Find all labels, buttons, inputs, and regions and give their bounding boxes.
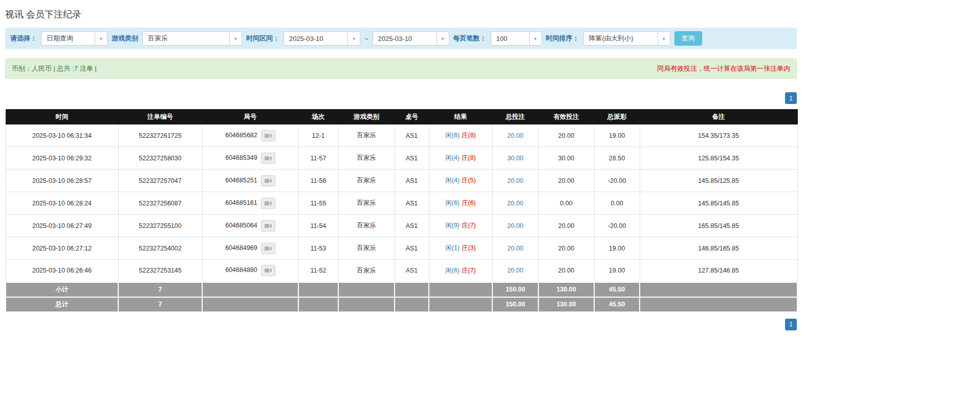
round-number: 604685349 [225, 154, 257, 161]
time-sort-select[interactable]: 降冪(由大到小) ▾ [583, 31, 670, 46]
total-label: 总计 [6, 297, 118, 312]
chevron-down-icon[interactable]: ▾ [95, 32, 107, 45]
cell-valid-bet: 0.00 [538, 192, 594, 215]
cell-result: 闲(4)庄(5) [429, 170, 492, 192]
header-valid-bet: 有效投注 [538, 110, 594, 124]
cell-total-bet: 20.00 [492, 170, 538, 192]
round-number: 604685682 [225, 132, 257, 139]
page-title: 视讯 会员下注纪录 [5, 8, 797, 20]
header-session: 场次 [298, 110, 338, 124]
header-round: 局号 [202, 110, 298, 124]
chevron-down-icon[interactable]: ▾ [529, 32, 541, 45]
video-replay-button[interactable] [261, 198, 275, 209]
table-row: 2025-03-10 06:31:34 522327261725 6046856… [6, 124, 797, 147]
cell-game-type: 百家乐 [338, 170, 395, 192]
video-replay-button[interactable] [261, 220, 275, 232]
search-button[interactable]: 查询 [674, 31, 702, 46]
round-number: 604685161 [225, 199, 257, 206]
cell-bet-id: 522327255100 [118, 215, 202, 237]
page-size-select[interactable]: 100 ▾ [491, 31, 542, 46]
cell-table-no: AS1 [395, 192, 429, 215]
video-replay-button[interactable] [261, 243, 275, 254]
cell-remark: 145.85/125.85 [640, 170, 797, 192]
page-button[interactable]: 1 [785, 92, 797, 104]
table-row: 2025-03-10 06:27:12 522327254002 6046849… [6, 237, 797, 260]
cell-game-type: 百家乐 [338, 124, 395, 147]
video-replay-button[interactable] [261, 175, 275, 186]
total-bet-link[interactable]: 20.00 [507, 222, 523, 230]
cell-total-bet: 20.00 [492, 192, 538, 215]
chevron-down-icon[interactable]: ▾ [658, 32, 670, 45]
cell-remark: 125.85/154.35 [640, 147, 797, 170]
page-size-value: 100 [491, 32, 529, 45]
game-type-select[interactable]: 百家乐 ▾ [142, 31, 242, 46]
cell-remark: 154.35/173.35 [640, 124, 797, 147]
total-bet-link[interactable]: 20.00 [507, 177, 523, 184]
cell-session: 11-52 [298, 260, 338, 282]
table-row: 2025-03-10 06:29:32 522327258030 6046853… [6, 147, 797, 170]
cell-session: 11-57 [298, 147, 338, 170]
chevron-down-icon[interactable]: ▾ [437, 32, 449, 45]
cell-payout: 19.00 [594, 124, 640, 147]
cell-empty [338, 297, 395, 312]
total-bet-link[interactable]: 20.00 [507, 245, 523, 252]
date-range-label: 时间区间： [246, 34, 279, 43]
cell-remark: 146.85/165.85 [640, 237, 797, 260]
video-replay-button[interactable] [261, 265, 275, 276]
query-type-label: 请选择： [10, 34, 37, 43]
time-sort-value: 降冪(由大到小) [584, 32, 658, 45]
cell-table-no: AS1 [395, 215, 429, 237]
subtotal-row: 小计 7 150.00 130.00 45.50 [6, 282, 797, 297]
page-container: 视讯 会员下注纪录 请选择： 日期查询 ▾ 游戏类别 百家乐 ▾ 时间区间： 2… [5, 8, 797, 330]
cell-time: 2025-03-10 06:27:12 [6, 237, 118, 260]
chevron-down-icon[interactable]: ▾ [229, 32, 242, 45]
cell-game-type: 百家乐 [338, 192, 395, 215]
date-to-value: 2025-03-10 [373, 32, 437, 45]
cell-time: 2025-03-10 06:31:34 [6, 124, 118, 147]
result-player: 闲(1) [445, 244, 460, 252]
cell-bet-id: 522327261725 [118, 124, 202, 147]
cell-round: 604685682 [202, 124, 298, 147]
header-table-no: 桌号 [395, 110, 429, 124]
total-bet-link[interactable]: 20.00 [507, 132, 523, 139]
cell-total-bet: 30.00 [492, 147, 538, 170]
cell-round: 604684969 [202, 237, 298, 260]
subtotal-valid-bet: 130.00 [538, 282, 594, 297]
round-number: 604684969 [225, 244, 257, 252]
cell-empty [202, 282, 298, 297]
round-number: 604685251 [225, 177, 257, 184]
cell-game-type: 百家乐 [338, 147, 395, 170]
video-replay-button[interactable] [261, 130, 275, 141]
query-type-select[interactable]: 日期查询 ▾ [41, 31, 107, 46]
cell-bet-id: 522327256087 [118, 192, 202, 215]
subtotal-total-bet: 150.00 [492, 282, 538, 297]
total-bet-link[interactable]: 30.00 [507, 155, 523, 162]
result-banker: 庄(6) [462, 199, 476, 206]
total-bet-link[interactable]: 20.00 [507, 267, 523, 274]
video-icon [265, 245, 272, 252]
header-payout: 总派彩 [594, 110, 640, 124]
total-bet-link[interactable]: 20.00 [507, 200, 523, 207]
cell-bet-id: 522327254002 [118, 237, 202, 260]
page-button[interactable]: 1 [785, 319, 797, 330]
header-total-bet: 总投注 [492, 110, 538, 124]
video-icon [265, 178, 272, 184]
cell-payout: 28.50 [594, 147, 640, 170]
cell-table-no: AS1 [395, 170, 429, 192]
video-replay-button[interactable] [261, 153, 275, 164]
cell-valid-bet: 20.00 [538, 124, 594, 147]
cell-empty [202, 297, 298, 312]
table-row: 2025-03-10 06:28:57 522327257047 6046852… [6, 170, 797, 192]
summary-bar: 币别：人民币 | 总共 :7 注单 | 同局有效投注，统一计算在该局第一张注单内 [5, 58, 797, 79]
cell-session: 11-54 [298, 215, 338, 237]
cell-round: 604684880 [202, 260, 298, 282]
chevron-down-icon[interactable]: ▾ [347, 32, 360, 45]
date-from-select[interactable]: 2025-03-10 ▾ [284, 31, 360, 46]
header-result: 结果 [429, 110, 492, 124]
table-row: 2025-03-10 06:28:24 522327256087 6046851… [6, 192, 797, 215]
date-to-select[interactable]: 2025-03-10 ▾ [373, 31, 449, 46]
cell-valid-bet: 20.00 [538, 260, 594, 282]
time-sort-label: 时间排序： [546, 34, 579, 43]
cell-empty [640, 297, 797, 312]
pagination-bottom: 1 [5, 319, 797, 330]
